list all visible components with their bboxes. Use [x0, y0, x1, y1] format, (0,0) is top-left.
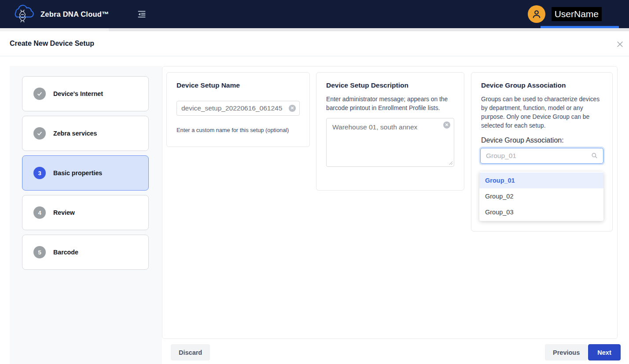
previous-button[interactable]: Previous — [545, 344, 588, 360]
dropdown-option-group-02[interactable]: Group_02 — [479, 188, 603, 204]
step-label: Device's Internet — [53, 90, 103, 97]
close-icon[interactable] — [615, 39, 625, 49]
discard-button[interactable]: Discard — [171, 344, 210, 360]
device-group-dropdown: Group_01 Group_02 Group_03 — [479, 172, 603, 221]
device-setup-description-textarea[interactable]: Warehouse 01, south annex — [326, 118, 454, 167]
next-button[interactable]: Next — [588, 344, 621, 360]
device-group-select[interactable]: Group_01 — [480, 148, 603, 164]
step-number-badge: 3 — [33, 167, 46, 179]
page-underlay-strip-left — [0, 28, 109, 31]
step-label: Barcode — [53, 249, 78, 256]
check-icon — [33, 88, 46, 100]
step-label: Basic properties — [53, 169, 102, 176]
group-select-label: Device Group Association: — [481, 136, 603, 144]
top-navbar: Zebra DNA Cloud™ UserName — [0, 0, 629, 28]
card-title: Device Setup Name — [177, 81, 300, 89]
page-title: Create New Device Setup — [10, 40, 94, 48]
modal-header: Create New Device Setup — [0, 31, 629, 56]
device-setup-name-input[interactable] — [177, 101, 300, 116]
dropdown-option-group-03[interactable]: Group_03 — [479, 204, 603, 220]
card-title: Device Group Association — [481, 81, 603, 89]
clear-input-icon[interactable]: ✕ — [289, 105, 296, 112]
search-icon — [591, 152, 598, 159]
step-barcode[interactable]: 5 Barcode — [22, 235, 149, 270]
dropdown-option-group-01[interactable]: Group_01 — [479, 173, 603, 188]
menu-collapse-icon[interactable] — [136, 9, 147, 19]
resize-handle-icon[interactable] — [449, 159, 453, 167]
step-device-internet[interactable]: Device's Internet — [22, 76, 149, 111]
page-underlay-strip-right — [109, 28, 629, 31]
group-instructions: Groups can be used to characterize devic… — [481, 95, 603, 131]
description-instructions: Enter administrator message; appears on … — [326, 95, 454, 113]
input-helper-text: Enter a custom name for this setup (opti… — [177, 127, 300, 133]
step-label: Zebra services — [53, 130, 97, 137]
step-label: Review — [53, 209, 75, 216]
step-review[interactable]: 4 Review — [22, 195, 149, 230]
username-label[interactable]: UserName — [552, 7, 602, 21]
step-basic-properties[interactable]: 3 Basic properties — [22, 155, 149, 191]
card-title: Device Setup Description — [326, 81, 454, 89]
brand-title: Zebra DNA Cloud™ — [40, 10, 109, 18]
wizard-steps-sidebar: Device's Internet Zebra services 3 Basic… — [10, 66, 162, 364]
user-avatar-icon[interactable] — [528, 5, 545, 23]
check-icon — [33, 127, 46, 140]
select-placeholder: Group_01 — [486, 152, 591, 160]
step-zebra-services[interactable]: Zebra services — [22, 116, 149, 151]
zebra-dna-cloud-logo-icon — [10, 3, 35, 25]
step-number-badge: 4 — [33, 206, 46, 219]
device-setup-name-card: Device Setup Name ✕ Enter a custom name … — [166, 72, 310, 147]
device-setup-description-card: Device Setup Description Enter administr… — [316, 72, 464, 191]
step-number-badge: 5 — [33, 246, 46, 258]
